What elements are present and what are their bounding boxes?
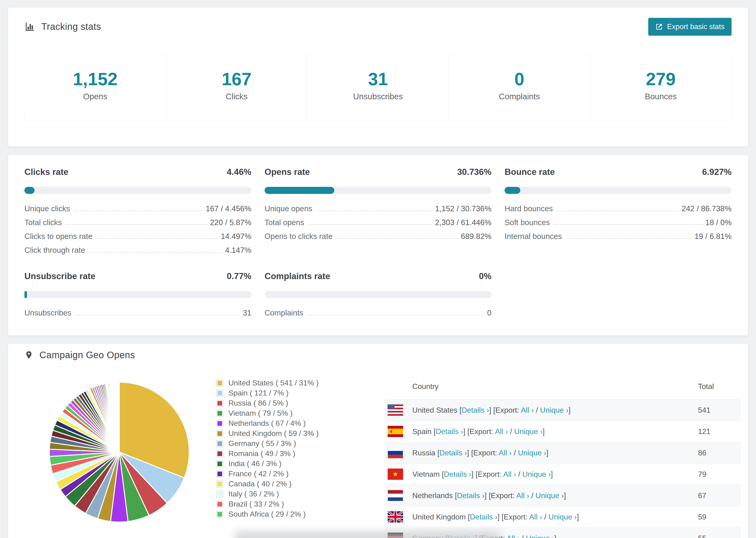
table-row-united-kingdom: United Kingdom [Details ›] [Export: All … (385, 506, 741, 527)
legend-item-germany[interactable]: Germany ( 55 / 3% ) (216, 439, 319, 449)
rate-title-row-unsubscribe: Unsubscribe rate0.77% (25, 271, 251, 281)
export-all-link[interactable]: All › (503, 470, 516, 478)
legend-item-italy[interactable]: Italy ( 36 / 2% ) (216, 489, 319, 499)
legend-label: Vietnam ( 79 / 5% ) (229, 409, 293, 418)
country-cell: Spain [Details ›] [Export: All › / Uniqu… (412, 427, 545, 436)
country-cell: Russia [Details ›] [Export: All › / Uniq… (412, 449, 549, 457)
rate-row: Complaints0 (265, 308, 492, 317)
rate-title: Complaints rate (265, 271, 330, 281)
legend-item-france[interactable]: France ( 42 / 2% ) (216, 469, 319, 479)
export-button-label: Export basic stats (667, 23, 725, 31)
dotted-leader (96, 238, 219, 239)
total-cell: 55 (698, 534, 706, 538)
legend-item-united-kingdom[interactable]: United Kingdom ( 59 / 3% ) (216, 428, 319, 439)
details-link[interactable]: Details › (457, 491, 484, 500)
export-basic-stats-button[interactable]: Export basic stats (648, 18, 731, 36)
export-unique-link[interactable]: Unique › (549, 512, 577, 521)
export-all-link[interactable]: All › (495, 427, 508, 436)
page-title: Tracking stats (41, 21, 101, 32)
rate-row-label: Internal bounces (505, 232, 562, 241)
rate-percent: 4.46% (227, 167, 251, 177)
total-cell: 67 (698, 491, 706, 500)
rate-row: Total opens2,303 / 61.446% (265, 218, 492, 227)
dotted-leader (557, 211, 679, 211)
export-all-link[interactable]: All › (499, 449, 512, 457)
rate-row-value: 14.497% (221, 232, 251, 241)
summary-cell-bounces: 279Bounces (590, 55, 731, 121)
legend-item-netherlands[interactable]: Netherlands ( 67 / 4% ) (216, 418, 319, 428)
legend-item-russia[interactable]: Russia ( 86 / 5% ) (216, 398, 319, 408)
legend-item-united-states[interactable]: United States ( 541 / 31% ) (216, 378, 319, 388)
export-all-link[interactable]: All › (529, 512, 542, 521)
geo-title-group: Campaign Geo Opens (25, 350, 135, 360)
legend-swatch (216, 430, 223, 437)
rate-block-opens: Opens rate30.736%Unique opens1,152 / 30.… (265, 167, 492, 260)
export-unique-link[interactable]: Unique › (526, 534, 554, 538)
rate-row-value: 242 / 86.738% (681, 204, 731, 213)
legend-label: Italy ( 36 / 2% ) (229, 490, 279, 498)
table-row-spain: Spain [Details ›] [Export: All › / Uniqu… (385, 421, 741, 442)
rate-row-value: 31 (243, 308, 251, 317)
legend-item-canada[interactable]: Canada ( 40 / 2% ) (216, 479, 319, 489)
dotted-leader (308, 224, 433, 225)
legend-swatch (216, 491, 223, 498)
rate-row: Unsubscribes31 (25, 308, 251, 317)
total-cell: 121 (698, 427, 711, 436)
export-unique-link[interactable]: Unique › (518, 449, 546, 457)
rate-row-value: 1,152 / 30.736% (435, 204, 491, 213)
details-link[interactable]: Details › (461, 406, 489, 414)
rate-progress-fill (505, 187, 520, 194)
legend-item-vietnam[interactable]: Vietnam ( 79 / 5% ) (216, 408, 319, 418)
legend-item-spain[interactable]: Spain ( 121 / 7% ) (216, 388, 319, 398)
rate-title-row-opens: Opens rate30.736% (265, 167, 492, 177)
rate-row-label: Click through rate (25, 246, 85, 255)
details-link[interactable]: Details › (444, 470, 471, 478)
export-unique-link[interactable]: Unique › (522, 470, 551, 478)
summary-value-unsubscribes: 31 (307, 70, 449, 88)
rate-progress (505, 187, 731, 194)
details-link[interactable]: Details › (436, 427, 463, 436)
rate-row: Clicks to opens rate14.497% (25, 232, 251, 241)
export-all-link[interactable]: All › (521, 406, 534, 414)
geo-pie-chart[interactable] (44, 377, 194, 527)
geo-legend: United States ( 541 / 31% )Spain ( 121 /… (216, 378, 319, 519)
geo-section-title: Campaign Geo Opens (39, 350, 135, 360)
export-unique-link[interactable]: Unique › (536, 491, 564, 500)
legend-item-romania[interactable]: Romania ( 49 / 3% ) (216, 449, 319, 459)
country-cell: Vietnam [Details ›] [Export: All › / Uni… (412, 470, 553, 479)
rate-row-label: Unique opens (265, 204, 312, 213)
country-flag-icon-es (388, 426, 403, 437)
legend-swatch (216, 390, 223, 397)
details-link[interactable]: Details › (470, 512, 497, 521)
summary-row: 1,152Opens167Clicks31Unsubscribes0Compla… (25, 54, 731, 121)
rate-row-label: Complaints (265, 308, 303, 317)
total-cell: 541 (698, 406, 711, 414)
country-flag-icon-nl (388, 490, 403, 501)
country-flag-icon-ru (388, 447, 403, 458)
rate-title: Unsubscribe rate (25, 271, 95, 281)
legend-item-india[interactable]: India ( 46 / 3% ) (216, 459, 319, 469)
summary-value-opens: 1,152 (25, 70, 166, 88)
details-link[interactable]: Details › (440, 449, 467, 457)
pie-slice-other[interactable] (119, 382, 119, 452)
legend-swatch (216, 460, 223, 467)
rate-detail-rows: Complaints0 (265, 308, 492, 317)
rate-row-label: Total clicks (25, 218, 62, 227)
legend-label: India ( 46 / 3% ) (229, 459, 282, 468)
summary-label-bounces: Bounces (590, 92, 731, 101)
rate-block-bounce: Bounce rate6.927%Hard bounces242 / 86.73… (505, 167, 731, 260)
legend-item-brazil[interactable]: Brazil ( 33 / 2% ) (216, 499, 319, 509)
export-unique-link[interactable]: Unique › (540, 406, 568, 414)
rate-title: Clicks rate (25, 167, 68, 177)
table-row-vietnam: Vietnam [Details ›] [Export: All › / Uni… (385, 463, 741, 485)
export-unique-link[interactable]: Unique › (514, 427, 543, 436)
export-all-link[interactable]: All › (507, 534, 519, 538)
legend-swatch (216, 400, 223, 407)
legend-item-south-africa[interactable]: South Africa ( 29 / 2% ) (216, 509, 319, 519)
legend-label: Russia ( 86 / 5% ) (229, 399, 288, 407)
export-all-link[interactable]: All › (516, 491, 529, 500)
dotted-leader (75, 315, 241, 315)
rate-progress (265, 291, 492, 298)
rate-percent: 6.927% (702, 167, 732, 177)
bar-chart-icon (25, 21, 35, 32)
